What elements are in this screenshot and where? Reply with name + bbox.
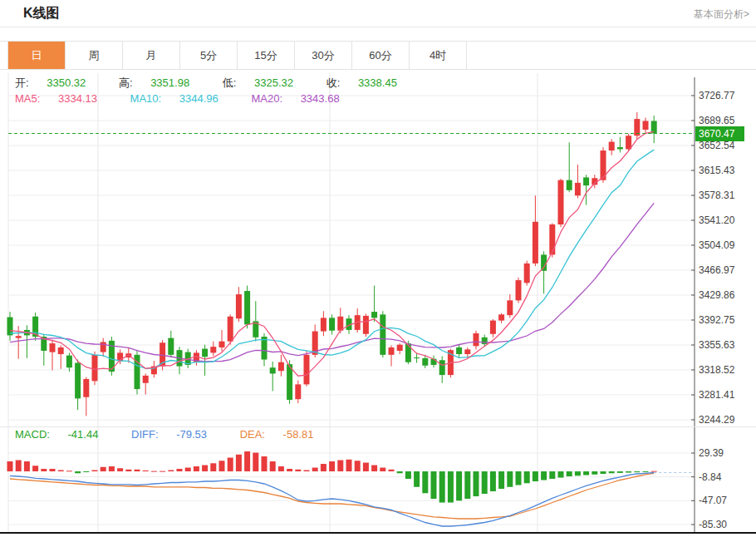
kline-app: K线图 基本面分析> 日 周 月 5分 15分 30分 60分 4时 开: 33… — [0, 0, 756, 537]
axis-tick-label: 3429.86 — [699, 290, 734, 300]
tab-day[interactable]: 日 — [8, 42, 66, 69]
dea-label: DEA: — [240, 428, 265, 441]
macd-bar — [355, 461, 361, 471]
macd-bar — [651, 471, 657, 472]
macd-info-row: MACD: -41.44 DIFF: -79.53 DEA: -58.81 — [15, 428, 343, 441]
ma10-value: 3344.96 — [179, 92, 218, 105]
macd-bar — [448, 471, 454, 502]
macd-bar — [414, 471, 420, 487]
macd-bar — [601, 471, 606, 474]
macd-bar — [371, 466, 377, 471]
tab-60min[interactable]: 60分 — [352, 42, 410, 69]
ma5-value: 3334.13 — [58, 92, 97, 105]
macd-bar — [16, 461, 22, 471]
candle-body — [219, 342, 225, 347]
macd-bar — [135, 470, 140, 471]
macd-bar — [117, 468, 123, 471]
macd-bar — [244, 451, 250, 471]
candle-body — [7, 318, 13, 336]
tab-month[interactable]: 月 — [123, 42, 180, 69]
tab-4hour[interactable]: 4时 — [410, 42, 467, 69]
macd-bar — [236, 455, 242, 471]
diff-line — [10, 473, 654, 527]
macd-bar — [617, 471, 623, 473]
tab-30min[interactable]: 30分 — [295, 42, 352, 69]
dea-value: -58.81 — [283, 428, 314, 441]
candle-body — [210, 347, 216, 352]
header-divider — [0, 27, 756, 27]
candle-body — [422, 358, 428, 366]
macd-bar — [643, 471, 649, 472]
macd-bar — [210, 463, 216, 471]
axis-tick-label: 3355.63 — [699, 340, 734, 350]
macd-bar — [24, 461, 30, 471]
macd-bar — [151, 471, 157, 472]
macd-bar — [185, 468, 191, 471]
macd-bar — [380, 468, 385, 471]
candle-body — [524, 264, 530, 283]
tab-15min[interactable]: 15分 — [238, 42, 295, 69]
candle-body — [143, 376, 149, 383]
macd-bar — [101, 467, 106, 471]
candle-body — [498, 314, 504, 320]
macd-bar — [456, 471, 462, 500]
ma5-label: MA5: — [15, 92, 40, 105]
macd-bar — [202, 466, 208, 471]
axis-tick-label: 3541.20 — [699, 215, 734, 225]
candle-body — [228, 317, 233, 342]
candle-body — [567, 180, 572, 190]
macd-bar — [592, 471, 597, 475]
close-label: 收: — [326, 76, 341, 89]
macd-bar — [160, 471, 165, 472]
macd-bar — [533, 471, 538, 481]
candle-body — [397, 345, 403, 351]
low-label: 低: — [223, 76, 237, 89]
diff-label: DIFF: — [131, 428, 159, 441]
chart-bottom-border — [0, 532, 756, 534]
axis-tick-label: 3689.65 — [699, 116, 734, 126]
macd-bar — [524, 471, 530, 483]
axis-tick-label: 3578.31 — [699, 190, 734, 200]
candle-body — [389, 347, 395, 355]
candle-body — [617, 147, 623, 149]
macd-bar — [609, 471, 615, 473]
macd-bar — [32, 466, 38, 471]
macd-bar — [634, 471, 640, 472]
fundamental-analysis-link[interactable]: 基本面分析> — [694, 7, 749, 22]
candle-body — [414, 357, 420, 358]
tab-week[interactable]: 周 — [66, 42, 123, 69]
macd-bar — [397, 471, 403, 473]
axis-tick-label: 3318.52 — [699, 365, 734, 375]
macd-bar — [92, 470, 98, 471]
axis-tick-label: 3726.77 — [699, 91, 734, 101]
candle-body — [583, 177, 589, 185]
high-value: 3351.98 — [150, 76, 189, 89]
period-tabstrip: 日 周 月 5分 15分 30分 60分 4时 — [0, 41, 756, 70]
candle-body — [92, 355, 98, 382]
page-title: K线图 — [23, 5, 60, 22]
macd-bar — [498, 471, 504, 489]
candle-body — [626, 135, 631, 149]
ma20-label: MA20: — [251, 92, 282, 105]
candle-body — [474, 333, 479, 346]
candle-body — [66, 356, 72, 368]
tab-5min[interactable]: 5分 — [180, 42, 238, 69]
candle-body — [75, 363, 81, 399]
candle-body — [533, 222, 538, 264]
macd-bar — [50, 469, 56, 471]
macd-bar — [41, 469, 47, 471]
candle-body — [236, 294, 242, 318]
candle-body — [295, 384, 301, 399]
candle-body — [16, 336, 22, 337]
ma20-value: 3343.68 — [301, 92, 340, 105]
candle-body — [58, 347, 64, 354]
candle-body — [464, 349, 470, 354]
macd-bar — [321, 464, 326, 471]
candle-body — [490, 321, 496, 334]
axis-tick-label: 3615.43 — [699, 165, 734, 175]
macd-bar — [482, 471, 488, 494]
panel-divider — [0, 426, 756, 427]
kline-chart-svg[interactable] — [0, 71, 756, 537]
candle-body — [50, 343, 56, 352]
macd-bar — [278, 466, 284, 471]
